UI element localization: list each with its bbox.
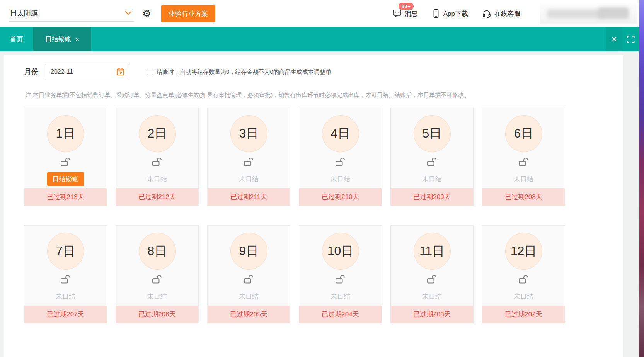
open-padlock-icon xyxy=(426,274,438,286)
day-status-area: 未日结 xyxy=(514,289,533,303)
app-window: 日太阳膜 ⚙ 体验行业方案 消息 99+ xyxy=(0,0,639,357)
tab-daily-settlement-label: 日结锁账 xyxy=(45,35,72,44)
tab-bar-controls: × xyxy=(606,27,639,51)
day-card: 1日 日结锁账 已过期213天 xyxy=(24,108,107,206)
filter-row: 月份 结账时，自动将结存数量为0，结存金额不为0的商品生成成本调整单 xyxy=(4,55,623,80)
day-card: 7日 未日结 已过期207天 xyxy=(24,225,107,323)
open-padlock-icon xyxy=(334,156,347,168)
day-number: 4日 xyxy=(331,125,350,142)
day-number: 11日 xyxy=(419,243,445,260)
day-circle: 11日 xyxy=(414,233,451,270)
expired-badge: 已过期205天 xyxy=(208,306,290,323)
day-card-body: 4日 未日结 xyxy=(299,108,382,188)
day-number: 3日 xyxy=(239,125,259,142)
unsettled-status-text: 未日结 xyxy=(331,292,350,301)
expired-badge: 已过期207天 xyxy=(24,306,107,323)
checkbox-unchecked[interactable] xyxy=(147,69,153,75)
day-card: 4日 未日结 已过期210天 xyxy=(299,108,382,206)
open-padlock-icon xyxy=(426,156,438,168)
calendar-icon[interactable] xyxy=(116,68,124,77)
day-status-area: 未日结 xyxy=(147,289,167,303)
close-icon[interactable]: × xyxy=(606,27,622,51)
open-padlock-icon xyxy=(518,156,530,168)
smartphone-icon xyxy=(432,9,440,18)
messages-badge: 99+ xyxy=(399,3,414,10)
day-number: 12日 xyxy=(511,243,537,260)
open-padlock-icon xyxy=(60,274,72,286)
tab-close-icon[interactable]: × xyxy=(75,36,80,43)
checkbox-label: 结账时，自动将结存数量为0，结存金额不为0的商品生成成本调整单 xyxy=(157,68,331,76)
day-status-area: 未日结 xyxy=(514,172,533,186)
open-padlock-icon xyxy=(243,156,255,168)
day-card-body: 3日 未日结 xyxy=(208,108,290,188)
online-service-button[interactable]: 在线客服 xyxy=(482,9,521,18)
expired-badge: 已过期206天 xyxy=(116,306,198,323)
unsettled-status-text: 未日结 xyxy=(239,292,259,301)
day-card-body: 1日 日结锁账 xyxy=(24,108,107,188)
day-card-body: 12日 未日结 xyxy=(482,226,565,306)
tab-daily-settlement[interactable]: 日结锁账 × xyxy=(33,27,91,51)
expired-badge: 已过期212天 xyxy=(116,188,198,206)
trial-plan-button[interactable]: 体验行业方案 xyxy=(161,5,215,22)
day-number: 5日 xyxy=(423,125,442,142)
day-card-grid: 1日 日结锁账 已过期213天 2日 xyxy=(24,108,565,323)
fullscreen-icon[interactable] xyxy=(622,27,639,51)
day-status-area: 未日结 xyxy=(331,172,350,186)
day-card-body: 10日 未日结 xyxy=(299,226,382,306)
online-service-label: 在线客服 xyxy=(494,9,521,18)
top-header: 日太阳膜 ⚙ 体验行业方案 消息 99+ xyxy=(0,0,639,27)
unsettled-status-text: 未日结 xyxy=(514,292,533,301)
daily-settle-button[interactable]: 日结锁账 xyxy=(47,172,84,186)
day-card: 12日 未日结 已过期202天 xyxy=(482,225,565,323)
unsettled-status-text: 未日结 xyxy=(331,175,350,184)
day-status-area: 日结锁账 xyxy=(47,172,84,186)
day-card-body: 11日 未日结 xyxy=(391,226,473,306)
day-card-body: 8日 未日结 xyxy=(116,226,198,306)
day-number: 10日 xyxy=(327,243,354,260)
unsettled-status-text: 未日结 xyxy=(147,292,167,301)
day-status-area: 未日结 xyxy=(147,172,167,186)
company-name: 日太阳膜 xyxy=(10,8,38,18)
day-card: 3日 未日结 已过期211天 xyxy=(207,108,290,206)
day-card-body: 6日 未日结 xyxy=(482,108,565,188)
day-circle: 12日 xyxy=(505,233,542,270)
open-padlock-icon xyxy=(60,156,72,168)
day-circle: 4日 xyxy=(322,115,359,152)
day-status-area: 未日结 xyxy=(239,289,259,303)
day-circle: 7日 xyxy=(47,233,84,270)
gear-icon[interactable]: ⚙ xyxy=(142,8,151,19)
expired-badge: 已过期211天 xyxy=(208,188,290,206)
unsettled-status-text: 未日结 xyxy=(147,175,167,184)
unsettled-status-text: 未日结 xyxy=(56,292,75,301)
day-status-area: 未日结 xyxy=(331,289,350,303)
day-card: 8日 未日结 已过期206天 xyxy=(116,225,199,323)
day-card-body: 9日 未日结 xyxy=(208,226,290,306)
unsettled-status-text: 未日结 xyxy=(422,292,442,301)
open-padlock-icon xyxy=(151,156,164,168)
day-status-area: 未日结 xyxy=(239,172,259,186)
unsettled-status-text: 未日结 xyxy=(239,175,259,184)
messages-button[interactable]: 消息 99+ xyxy=(392,9,418,18)
open-padlock-icon xyxy=(518,274,530,286)
month-label: 月份 xyxy=(24,67,39,77)
day-circle: 6日 xyxy=(505,115,542,152)
header-right-group: 消息 99+ App下载 xyxy=(392,3,639,24)
day-card: 2日 未日结 已过期212天 xyxy=(116,108,199,206)
day-status-area: 未日结 xyxy=(422,289,442,303)
app-download-button[interactable]: App下载 xyxy=(432,9,468,18)
headset-icon xyxy=(482,9,491,18)
expired-badge: 已过期209天 xyxy=(391,188,473,206)
day-number: 7日 xyxy=(56,243,75,260)
tab-home[interactable]: 首页 xyxy=(0,27,33,51)
day-card: 11日 未日结 已过期203天 xyxy=(390,225,474,323)
blurred-logo xyxy=(540,3,637,24)
auto-adjust-option: 结账时，自动将结存数量为0，结存金额不为0的商品生成成本调整单 xyxy=(147,68,331,76)
day-circle: 2日 xyxy=(139,115,176,152)
month-picker xyxy=(45,64,129,80)
day-circle: 9日 xyxy=(230,233,267,270)
day-card: 10日 未日结 已过期204天 xyxy=(299,225,382,323)
day-circle: 1日 xyxy=(47,115,84,152)
day-circle: 5日 xyxy=(414,115,451,152)
company-selector[interactable]: 日太阳膜 xyxy=(9,5,134,22)
day-card-body: 7日 未日结 xyxy=(24,226,107,306)
